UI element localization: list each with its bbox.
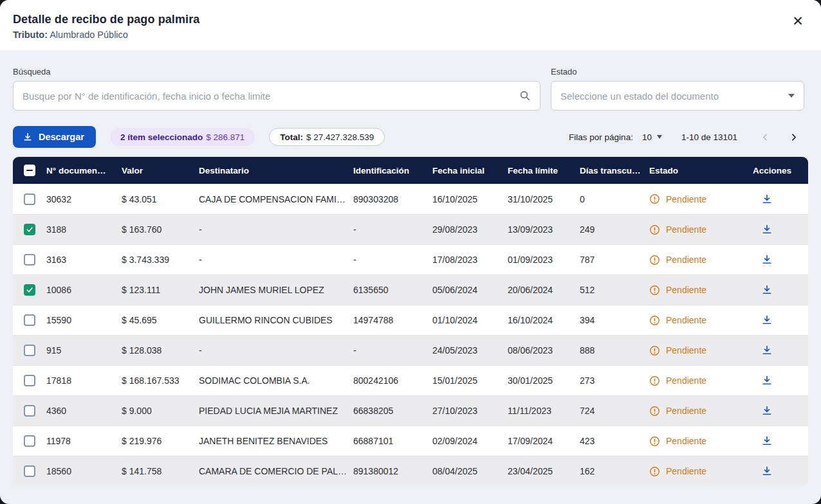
selected-items-chip: 2 ítem seleccionado $ 286.871 (110, 128, 255, 146)
pending-icon (649, 285, 660, 296)
row-checkbox[interactable] (24, 465, 35, 477)
search-input[interactable] (23, 91, 513, 102)
selected-items-count: 2 ítem seleccionado (120, 132, 203, 142)
chevron-down-icon (657, 135, 662, 139)
column-header-valor[interactable]: Valor (122, 166, 199, 176)
row-checkbox[interactable] (24, 435, 35, 447)
row-download-button[interactable] (759, 372, 775, 389)
row-download-button[interactable] (759, 342, 775, 359)
cell-destinatario: JOHN JAMES MURIEL LOPEZ (199, 285, 353, 295)
cell-fecha-limite: 13/09/2023 (508, 224, 580, 235)
row-checkbox[interactable] (24, 224, 35, 235)
column-header-identificacion[interactable]: Identificación (353, 166, 432, 176)
cell-valor: $ 141.758 (122, 466, 199, 476)
page-title: Detalle de recibo de pago palmira (13, 13, 806, 26)
cell-identificacion: - (353, 224, 432, 235)
cell-documento: 17818 (46, 375, 122, 386)
status-badge: Pendiente (649, 466, 736, 477)
cell-identificacion: 890303208 (353, 194, 432, 204)
column-header-estado[interactable]: Estado (649, 166, 743, 176)
cell-estado: Pendiente (649, 224, 743, 235)
tributo-label: Tributo: (13, 30, 48, 40)
cell-fecha-inicial: 08/04/2025 (432, 466, 508, 476)
row-download-button[interactable] (759, 463, 775, 480)
select-all-checkbox[interactable] (24, 165, 35, 176)
estado-select[interactable]: Seleccione un estado del documento (551, 81, 804, 111)
row-checkbox[interactable] (24, 194, 35, 205)
table-row: 11978 $ 219.976 JANETH BENITEZ BENAVIDES… (13, 426, 808, 456)
column-header-fecha-limite[interactable]: Fecha límite (508, 166, 580, 176)
estado-placeholder: Seleccione un estado del documento (560, 91, 782, 102)
column-header-acciones: Acciones (743, 166, 808, 176)
table-row: 3188 $ 163.760 - - 29/08/2023 13/09/2023… (13, 214, 808, 244)
cell-valor: $ 43.051 (122, 194, 199, 204)
cell-fecha-limite: 01/09/2023 (508, 255, 580, 265)
table-row: 17818 $ 168.167.533 SODIMAC COLOMBIA S.A… (13, 365, 808, 395)
cell-dias: 724 (580, 406, 649, 416)
column-header-documento[interactable]: N° documen… (46, 166, 122, 176)
cell-valor: $ 45.695 (122, 315, 199, 325)
download-icon (761, 405, 773, 417)
total-value: $ 27.427.328.539 (306, 132, 374, 142)
cell-valor: $ 128.038 (122, 345, 199, 356)
chevron-left-icon (761, 133, 770, 141)
next-page-button[interactable] (782, 126, 804, 148)
cell-fecha-limite: 20/06/2024 (508, 285, 580, 295)
rows-per-page-label: Filas por página: (569, 132, 633, 142)
cell-dias: 249 (580, 224, 649, 235)
cell-identificacion: - (353, 345, 432, 356)
download-button[interactable]: Descargar (13, 126, 96, 148)
total-chip: Total: $ 27.427.328.539 (269, 128, 385, 146)
download-icon (761, 375, 773, 386)
cell-dias: 423 (580, 436, 649, 446)
download-icon (761, 284, 773, 296)
row-download-button[interactable] (759, 282, 775, 298)
cell-destinatario: GUILLERMO RINCON CUBIDES (199, 315, 353, 325)
row-download-button[interactable] (759, 312, 775, 328)
cell-documento: 15590 (46, 315, 122, 325)
row-checkbox[interactable] (24, 375, 35, 386)
pending-icon (649, 315, 660, 326)
row-checkbox[interactable] (24, 405, 35, 417)
cell-documento: 915 (46, 345, 122, 356)
row-download-button[interactable] (759, 433, 775, 449)
pagination: Filas por página: 10 1-10 de 13101 (569, 126, 804, 148)
pending-icon (649, 406, 660, 417)
cell-dias: 394 (580, 315, 649, 325)
row-download-button[interactable] (759, 191, 775, 208)
row-download-button[interactable] (759, 221, 775, 238)
status-badge: Pendiente (649, 194, 736, 204)
column-header-dias[interactable]: Días transcu… (580, 166, 649, 176)
cell-documento: 3188 (46, 224, 122, 235)
row-checkbox[interactable] (24, 314, 35, 326)
row-download-button[interactable] (759, 251, 775, 268)
cell-fecha-inicial: 24/05/2023 (432, 345, 508, 356)
column-header-fecha-inicial[interactable]: Fecha inicial (432, 166, 508, 176)
cell-estado: Pendiente (649, 466, 743, 477)
row-checkbox[interactable] (24, 254, 35, 266)
download-icon (761, 435, 773, 447)
table-header-row: N° documen… Valor Destinatario Identific… (13, 157, 808, 184)
cell-fecha-limite: 17/09/2024 (508, 436, 580, 446)
close-button[interactable]: ✕ (789, 12, 807, 30)
status-badge: Pendiente (649, 285, 736, 296)
cell-fecha-inicial: 29/08/2023 (432, 224, 508, 235)
cell-identificacion: - (353, 255, 432, 265)
row-checkbox[interactable] (24, 345, 35, 356)
cell-estado: Pendiente (649, 285, 743, 296)
selected-items-value: $ 286.871 (206, 132, 244, 142)
previous-page-button[interactable] (754, 126, 776, 148)
status-badge: Pendiente (649, 345, 736, 356)
rows-per-page-select[interactable]: 10 (642, 132, 662, 142)
cell-valor: $ 219.976 (122, 436, 199, 446)
cell-fecha-inicial: 02/09/2024 (432, 436, 508, 446)
row-download-button[interactable] (759, 402, 775, 419)
status-badge: Pendiente (649, 436, 736, 447)
column-header-destinatario[interactable]: Destinatario (199, 166, 353, 176)
chevron-right-icon (789, 133, 798, 141)
filters-bar: Búsqueda Estado Seleccione un estado del… (0, 50, 821, 111)
download-icon (23, 132, 33, 142)
cell-dias: 512 (580, 285, 649, 295)
row-checkbox[interactable] (24, 284, 35, 296)
table-row: 3163 $ 3.743.339 - - 17/08/2023 01/09/20… (13, 244, 808, 274)
